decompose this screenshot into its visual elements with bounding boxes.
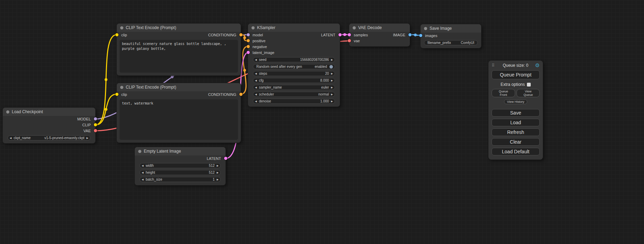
node-ksampler[interactable]: KSampler model LATENT positive negative … [248, 24, 340, 107]
extra-options-checkbox[interactable] [527, 83, 531, 87]
node-clip-text-encode-negative[interactable]: CLIP Text Encode (Prompt) clip CONDITION… [117, 83, 241, 143]
arrow-left-icon[interactable]: ◀ [255, 93, 257, 96]
widget-ckpt-name[interactable]: ◀ ckpt_name v1-5-pruned-emaonly.ckpt ▶ [8, 135, 90, 141]
node-title: CLIP Text Encode (Prompt) [126, 25, 176, 30]
load-button[interactable]: Load [492, 119, 540, 126]
node-title-bar[interactable]: VAE Decode [349, 24, 410, 32]
arrow-right-icon[interactable]: ▶ [331, 79, 333, 82]
node-title-bar[interactable]: Load Checkpoint [3, 108, 95, 116]
node-title-bar[interactable]: Empty Latent Image [135, 147, 226, 155]
view-queue-button[interactable]: View Queue [517, 89, 540, 97]
output-slot-conditioning[interactable] [239, 33, 242, 36]
arrow-left-icon[interactable]: ◀ [142, 164, 143, 167]
queue-prompt-button[interactable]: Queue Prompt [492, 70, 540, 79]
arrow-right-icon[interactable]: ▶ [217, 178, 219, 181]
toggle-knob[interactable] [329, 65, 333, 69]
output-slot-conditioning[interactable] [239, 93, 242, 96]
settings-gear-icon[interactable]: ⚙ [535, 63, 540, 68]
arrow-left-icon[interactable]: ◀ [255, 72, 257, 75]
collapse-dot-icon[interactable] [138, 150, 141, 153]
widget-value: euler [321, 85, 329, 89]
input-slot-clip[interactable] [115, 93, 118, 96]
save-button[interactable]: Save [492, 109, 540, 117]
arrow-left-icon[interactable]: ◀ [255, 58, 257, 61]
arrow-left-icon[interactable]: ◀ [255, 79, 257, 82]
comfy-menu-panel: ⠿ Queue size: 0 ⚙ Queue Prompt Extra opt… [488, 61, 543, 160]
node-save-image[interactable]: Save Image images filename_prefix ComfyU… [421, 24, 481, 48]
arrow-right-icon[interactable]: ▶ [217, 171, 219, 174]
output-slot-latent[interactable] [338, 33, 342, 36]
widget-filename-prefix[interactable]: filename_prefix ComfyUI [424, 40, 478, 45]
collapse-dot-icon[interactable] [6, 110, 9, 114]
widget-denoise[interactable]: ◀ denoise 1.000 ▶ [253, 99, 335, 104]
load-default-button[interactable]: Load Default [492, 148, 540, 155]
widget-random-seed-toggle[interactable]: Random seed after every gen enabled [253, 64, 335, 69]
input-label-clip: clip [121, 33, 127, 37]
widget-scheduler[interactable]: ◀ scheduler normal ▶ [253, 92, 335, 97]
node-title-bar[interactable]: CLIP Text Encode (Prompt) [117, 24, 241, 32]
widget-width[interactable]: ◀ width 512 ▶ [140, 163, 221, 168]
collapse-dot-icon[interactable] [120, 86, 123, 89]
node-title-bar[interactable]: CLIP Text Encode (Prompt) [117, 83, 241, 91]
collapse-dot-icon[interactable] [424, 27, 427, 30]
node-title-bar[interactable]: Save Image [421, 24, 481, 33]
output-label-conditioning: CONDITIONING [208, 92, 236, 97]
arrow-right-icon[interactable]: ▶ [217, 164, 219, 167]
widget-cfg[interactable]: ◀ cfg 8.000 ▶ [253, 78, 335, 83]
widget-height[interactable]: ◀ height 512 ▶ [140, 170, 221, 175]
input-slot-positive[interactable] [247, 39, 250, 42]
node-title-bar[interactable]: KSampler [248, 24, 340, 32]
arrow-right-icon[interactable]: ▶ [331, 72, 333, 75]
collapse-dot-icon[interactable] [252, 26, 255, 29]
arrow-right-icon[interactable]: ▶ [331, 58, 333, 61]
arrow-left-icon[interactable]: ◀ [142, 178, 143, 181]
arrow-right-icon[interactable]: ▶ [331, 93, 333, 96]
arrow-right-icon[interactable]: ▶ [331, 86, 333, 89]
slot-row: negative [248, 44, 340, 49]
widget-batch-size[interactable]: ◀ batch_size 1 ▶ [140, 177, 221, 182]
node-empty-latent-image[interactable]: Empty Latent Image LATENT ◀ width 512 ▶ … [135, 147, 226, 185]
arrow-right-icon[interactable]: ▶ [87, 137, 88, 139]
widget-sampler-name[interactable]: ◀ sampler_name euler ▶ [253, 85, 335, 90]
arrow-left-icon[interactable]: ◀ [255, 100, 257, 102]
input-slot-images[interactable] [419, 34, 422, 37]
refresh-button[interactable]: Refresh [492, 128, 540, 136]
drag-handle-icon[interactable]: ⠿ [492, 63, 495, 68]
collapse-dot-icon[interactable] [353, 26, 356, 29]
collapse-dot-icon[interactable] [120, 26, 123, 29]
output-row: LATENT [135, 155, 226, 161]
arrow-left-icon[interactable]: ◀ [255, 86, 257, 89]
wire-conditioning-negative-midpoint-dot [243, 69, 246, 72]
node-title: Load Checkpoint [12, 109, 43, 114]
input-slot-samples[interactable] [348, 33, 351, 36]
input-label-model: model [253, 33, 263, 37]
input-slot-vae[interactable] [348, 39, 351, 42]
widget-steps[interactable]: ◀ steps 20 ▶ [253, 71, 335, 76]
output-slot-clip[interactable] [94, 123, 97, 126]
slot-row: vae [349, 38, 410, 44]
output-slot-image[interactable] [408, 33, 412, 36]
prompt-text-area[interactable]: text, watermark [120, 99, 238, 140]
arrow-left-icon[interactable]: ◀ [142, 171, 143, 174]
node-clip-text-encode-positive[interactable]: CLIP Text Encode (Prompt) clip CONDITION… [117, 24, 241, 75]
prompt-text-area[interactable]: beautiful scenery nature glass bottle la… [120, 40, 238, 73]
clear-button[interactable]: Clear [492, 138, 540, 146]
node-title: VAE Decode [358, 25, 382, 30]
input-slot-model[interactable] [247, 33, 250, 36]
wire-clip-positive-midpoint-dot [105, 78, 107, 81]
view-history-button[interactable]: View History [504, 99, 528, 104]
arrow-left-icon[interactable]: ◀ [10, 137, 11, 139]
node-graph-canvas[interactable]: Load Checkpoint MODEL CLIP VAE ◀ ckpt_na… [0, 0, 644, 244]
widget-seed[interactable]: ◀ seed 156680208700286 ▶ [253, 57, 335, 62]
input-slot-negative[interactable] [247, 45, 250, 48]
output-slot-latent[interactable] [224, 157, 227, 160]
node-load-checkpoint[interactable]: Load Checkpoint MODEL CLIP VAE ◀ ckpt_na… [3, 108, 95, 143]
input-slot-latent-image[interactable] [247, 51, 250, 54]
output-slot-vae[interactable] [94, 129, 97, 132]
input-slot-clip[interactable] [115, 33, 118, 36]
queue-front-button[interactable]: Queue Front [492, 89, 515, 97]
output-slot-model[interactable] [94, 117, 97, 120]
arrow-right-icon[interactable]: ▶ [331, 100, 333, 102]
node-vae-decode[interactable]: VAE Decode samples IMAGE vae [349, 24, 410, 46]
node-title: Empty Latent Image [144, 149, 181, 154]
